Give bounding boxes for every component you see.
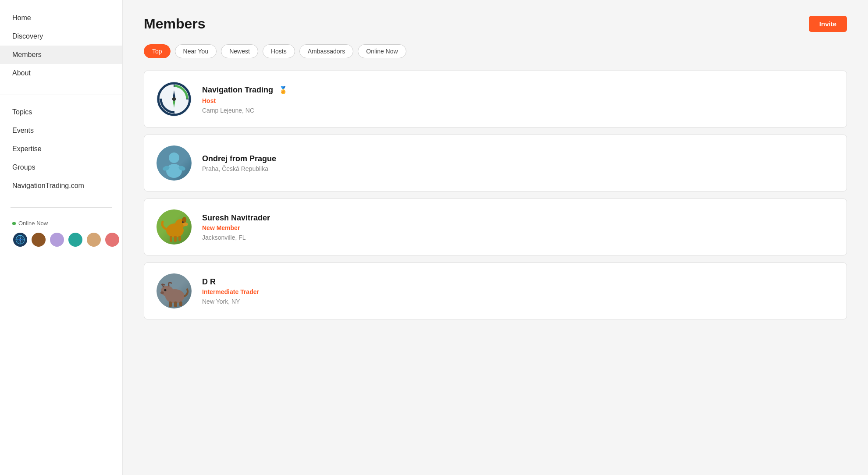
sidebar: HomeDiscoveryMembersAbout TopicsEventsEx… [0,0,123,475]
member-card-suresh[interactable]: Suresh Navitrader New Member Jacksonvill… [144,199,847,255]
svg-point-31 [160,291,164,294]
sidebar-item-topics[interactable]: Topics [0,103,122,121]
members-list: Navigation Trading 🏅 Host Camp Lejeune, … [144,71,847,319]
online-indicator [12,222,16,225]
member-role: New Member [202,224,834,231]
svg-point-30 [164,289,167,291]
sidebar-item-home[interactable]: Home [0,9,122,27]
svg-point-29 [161,286,173,296]
member-name-row: Navigation Trading 🏅 [202,84,834,96]
svg-rect-27 [178,236,181,241]
page-title: Members [144,16,206,32]
member-name-row: Ondrej from Prague [202,154,834,163]
member-location: Camp Lejeune, NC [202,107,834,114]
member-location: Praha, Česká Republika [202,165,834,172]
member-card-dr[interactable]: D R Intermediate Trader New York, NY [144,262,847,319]
online-avatar-5[interactable] [104,232,120,248]
svg-point-17 [166,164,182,178]
member-avatar-dr [157,273,192,308]
member-name: Navigation Trading [202,85,273,95]
online-now-text: Online Now [18,220,48,227]
svg-point-23 [183,223,188,226]
online-avatar-0[interactable] [12,232,28,248]
sidebar-item-groups[interactable]: Groups [0,158,122,177]
member-name: Ondrej from Prague [202,154,276,163]
member-avatar-nav-trading [157,82,192,117]
member-avatar-suresh [157,209,192,245]
online-avatar-3[interactable] [68,232,83,248]
svg-rect-33 [174,301,177,307]
svg-point-11 [172,97,176,101]
member-role: Host [202,97,834,104]
online-now-section: Online Now › [0,216,122,252]
member-name: D R [202,277,216,287]
main-content: Members Invite TopNear YouNewestHostsAmb… [123,0,868,475]
sidebar-item-expertise[interactable]: Expertise [0,140,122,158]
filter-tab-ambassadors[interactable]: Ambassadors [299,44,354,58]
online-avatar-4[interactable] [86,232,102,248]
member-role: Intermediate Trader [202,288,834,295]
filter-tab-top[interactable]: Top [144,44,171,58]
member-info: Suresh Navitrader New Member Jacksonvill… [202,213,834,241]
filter-tab-online-now[interactable]: Online Now [358,44,406,58]
member-avatar-ondrej [157,145,192,181]
sidebar-divider-2 [11,207,112,208]
sidebar-item-members[interactable]: Members [0,46,122,64]
main-header: Members Invite [144,16,847,32]
invite-button[interactable]: Invite [809,16,847,32]
sidebar-primary-nav: HomeDiscoveryMembersAbout [0,9,122,91]
svg-point-24 [182,221,184,223]
member-card-nav-trading[interactable]: Navigation Trading 🏅 Host Camp Lejeune, … [144,71,847,128]
member-info: Ondrej from Prague Praha, Česká Republik… [202,154,834,172]
filter-tabs: TopNear YouNewestHostsAmbassadorsOnline … [144,44,847,58]
svg-rect-25 [170,236,172,242]
svg-marker-3 [18,239,23,241]
svg-rect-34 [179,301,182,306]
member-location: New York, NY [202,298,834,305]
sidebar-item-discovery[interactable]: Discovery [0,27,122,46]
online-now-label: Online Now [12,220,110,227]
online-avatars-row: › [12,232,110,248]
member-info: Navigation Trading 🏅 Host Camp Lejeune, … [202,84,834,114]
filter-tab-hosts[interactable]: Hosts [263,44,295,58]
sidebar-secondary-nav: TopicsEventsExpertiseGroupsNavigationTra… [0,99,122,199]
member-name-row: D R [202,277,834,287]
member-name: Suresh Navitrader [202,213,270,223]
sidebar-divider-1 [0,95,122,95]
member-info: D R Intermediate Trader New York, NY [202,277,834,305]
svg-rect-32 [169,301,172,307]
member-location: Jacksonville, FL [202,234,834,241]
svg-point-16 [169,152,179,163]
svg-rect-26 [174,236,177,242]
filter-tab-newest[interactable]: Newest [221,44,258,58]
filter-tab-near-you[interactable]: Near You [175,44,217,58]
sidebar-item-events[interactable]: Events [0,121,122,140]
member-badge: 🏅 [277,84,289,96]
sidebar-item-navtrading[interactable]: NavigationTrading.com [0,177,122,195]
online-avatar-1[interactable] [31,232,46,248]
online-avatar-2[interactable] [49,232,65,248]
sidebar-item-about[interactable]: About [0,64,122,82]
member-name-row: Suresh Navitrader [202,213,834,223]
member-card-ondrej[interactable]: Ondrej from Prague Praha, Česká Republik… [144,135,847,191]
